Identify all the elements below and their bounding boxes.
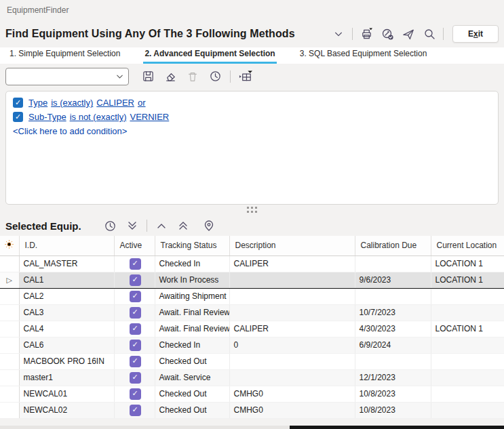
condition-link[interactable]: is (exactly) — [51, 98, 93, 108]
tab-2[interactable]: 2. Advanced Equipment Selection — [143, 49, 276, 64]
active-checkbox[interactable] — [130, 274, 141, 286]
cell-calibration-due[interactable]: 6/9/2024 — [355, 337, 431, 353]
cell-current-location[interactable] — [431, 353, 504, 369]
cell-id[interactable]: CAL1 — [19, 272, 114, 288]
cell-description[interactable] — [229, 288, 355, 304]
send-icon[interactable] — [401, 26, 416, 41]
cell-calibration-due[interactable]: 4/30/2023 — [355, 321, 431, 337]
column-header-id[interactable]: I.D. — [19, 236, 114, 256]
print-icon[interactable] — [359, 26, 374, 41]
tab-3[interactable]: 3. SQL Based Equipment Selection — [298, 49, 429, 64]
condition-link[interactable]: VERNIER — [130, 112, 169, 122]
active-checkbox[interactable] — [130, 356, 141, 367]
history-icon[interactable] — [208, 69, 222, 84]
row-indicator[interactable] — [0, 304, 19, 321]
cell-id[interactable]: CAL_MASTER — [19, 256, 114, 272]
cell-tracking-status[interactable]: Await. Service — [155, 369, 229, 386]
column-header-tracking-status[interactable]: Tracking Status — [155, 236, 229, 256]
saved-filter-combo[interactable] — [5, 68, 129, 85]
cell-current-location[interactable] — [431, 386, 504, 402]
cell-calibration-due[interactable] — [355, 256, 431, 272]
cell-description[interactable] — [229, 369, 355, 386]
condition-link[interactable]: Sub-Type — [28, 112, 66, 122]
chevron-down-icon[interactable] — [331, 26, 346, 41]
clear-filter-icon[interactable] — [163, 69, 178, 84]
active-checkbox[interactable] — [130, 388, 141, 400]
table-row[interactable]: MACBOOK PRO 16INChecked Out — [0, 353, 504, 369]
cell-id[interactable]: CAL2 — [19, 288, 114, 304]
cell-current-location[interactable]: LOCATION 1 — [431, 272, 504, 288]
cell-current-location[interactable] — [431, 369, 504, 386]
tab-1[interactable]: 1. Simple Equipment Selection — [8, 49, 121, 64]
cell-calibration-due[interactable] — [355, 288, 431, 304]
table-row[interactable]: CAL4Await. Final ReviewCALIPER4/30/2023L… — [0, 321, 504, 337]
table-row[interactable]: CAL2Awaiting Shipment — [0, 288, 504, 304]
condition-link[interactable]: CALIPER — [96, 98, 134, 108]
cell-current-location[interactable] — [431, 402, 504, 418]
cell-tracking-status[interactable]: Checked Out — [155, 353, 229, 369]
row-indicator[interactable] — [0, 288, 19, 304]
location-icon[interactable] — [201, 218, 216, 233]
cell-current-location[interactable] — [431, 304, 504, 321]
cell-current-location[interactable]: LOCATION 1 — [431, 321, 504, 337]
row-indicator[interactable] — [0, 369, 19, 386]
row-indicator[interactable] — [0, 386, 19, 402]
cell-description[interactable] — [229, 272, 355, 288]
table-row[interactable]: CAL3Await. Final Review10/7/2023 — [0, 304, 504, 321]
column-header-active[interactable]: Active — [114, 236, 155, 256]
cell-id[interactable]: CAL6 — [19, 337, 114, 353]
table-row[interactable]: master1Await. Service12/1/2023 — [0, 369, 504, 386]
table-row[interactable]: NEWCAL01Checked OutCMHG010/8/2023 — [0, 386, 504, 402]
saved-filter-input[interactable] — [10, 72, 115, 81]
active-checkbox[interactable] — [130, 323, 141, 335]
row-indicator[interactable] — [0, 337, 19, 353]
cell-tracking-status[interactable]: Await. Final Review — [155, 304, 229, 321]
table-row[interactable]: CAL6Checked In06/9/2024 — [0, 337, 504, 353]
condition-link[interactable]: or — [138, 98, 146, 108]
double-chevron-down-icon[interactable] — [125, 218, 140, 233]
save-filter-icon[interactable] — [140, 69, 155, 84]
cell-calibration-due[interactable] — [355, 353, 431, 369]
cell-description[interactable]: 0 — [229, 337, 355, 353]
cell-description[interactable] — [229, 353, 355, 369]
column-header-description[interactable]: Description — [229, 236, 355, 256]
grid-options-button[interactable] — [0, 236, 19, 256]
active-checkbox[interactable] — [130, 340, 141, 351]
active-checkbox[interactable] — [130, 405, 141, 416]
horizontal-scrollbar[interactable] — [0, 426, 504, 429]
active-checkbox[interactable] — [130, 291, 141, 302]
column-chooser-icon[interactable] — [238, 69, 253, 84]
row-indicator[interactable] — [0, 402, 19, 418]
double-chevron-up-icon[interactable] — [176, 218, 191, 233]
cell-tracking-status[interactable]: Await. Final Review — [155, 321, 229, 337]
table-row[interactable]: ▷CAL1Work In Process9/6/2023LOCATION 1 — [0, 272, 504, 288]
cell-current-location[interactable] — [431, 288, 504, 304]
column-header-current-location[interactable]: Current Location — [431, 236, 504, 256]
cell-calibration-due[interactable]: 12/1/2023 — [355, 369, 431, 386]
active-checkbox[interactable] — [130, 258, 141, 270]
cell-tracking-status[interactable]: Awaiting Shipment — [155, 288, 229, 304]
cell-tracking-status[interactable]: Checked In — [155, 337, 229, 353]
delete-filter-icon[interactable] — [185, 69, 200, 84]
table-row[interactable]: NEWCAL02Checked OutCMHG010/8/2023 — [0, 402, 504, 418]
cell-calibration-due[interactable]: 9/6/2023 — [355, 272, 431, 288]
cell-tracking-status[interactable]: Checked Out — [155, 386, 229, 402]
column-header-calibration-due[interactable]: Calibration Due — [355, 236, 431, 256]
exit-button[interactable]: Exit — [452, 25, 499, 43]
cell-tracking-status[interactable]: Checked In — [155, 256, 229, 272]
row-indicator-arrow-icon[interactable]: ▷ — [0, 272, 19, 288]
equip-history-icon[interactable] — [103, 218, 118, 233]
cell-id[interactable]: master1 — [19, 369, 114, 386]
row-indicator[interactable] — [0, 321, 19, 337]
cell-id[interactable]: MACBOOK PRO 16IN — [19, 353, 114, 369]
condition-link[interactable]: is not (exactly) — [70, 112, 127, 122]
active-checkbox[interactable] — [130, 372, 141, 384]
cell-description[interactable]: CMHG0 — [229, 402, 355, 418]
cell-calibration-due[interactable]: 10/7/2023 — [355, 304, 431, 321]
cell-id[interactable]: NEWCAL01 — [19, 386, 114, 402]
condition-checkbox[interactable] — [13, 98, 23, 108]
row-indicator[interactable] — [0, 353, 19, 369]
cell-description[interactable]: CMHG0 — [229, 386, 355, 402]
cell-id[interactable]: NEWCAL02 — [19, 402, 114, 418]
add-condition-link[interactable]: <Click here to add condition> — [13, 126, 491, 136]
